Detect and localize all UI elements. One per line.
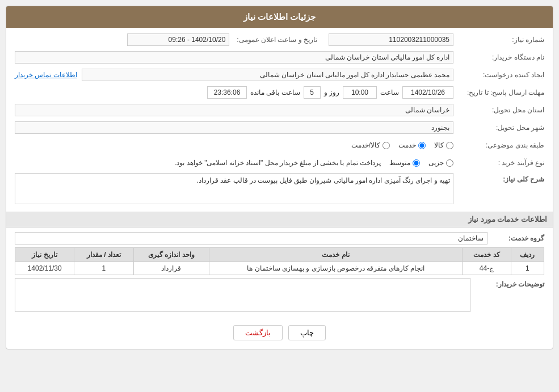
category-row: طبقه بندی موضوعی: کالا خدمت کالا/خدمت [15, 138, 544, 153]
buyer-org-row: نام دستگاه خریدار: اداره کل امور مالیاتی… [15, 50, 544, 65]
category-khadamat-label: خدمت [398, 141, 416, 149]
remaining-label: ساعت باقی مانده [250, 88, 300, 96]
process-jozee-radio[interactable] [446, 159, 453, 167]
cell-code: ج-44 [463, 262, 511, 275]
buyer-org-label: نام دستگاه خریدار: [453, 53, 544, 61]
description-area: تهیه و اجرای رنگ آمیزی اداره امور مالیات… [15, 173, 453, 204]
delivery-province-row: استان محل تحویل: خراسان شمالی [15, 103, 544, 117]
process-type-row: نوع فرآیند خرید : جزیی متوسط پرداخت تمام… [15, 155, 544, 170]
buyer-desc-box [15, 278, 470, 312]
cell-quantity: 1 [74, 262, 133, 275]
services-section-label: اطلاعات خدمات مورد نیاز [468, 215, 547, 224]
service-group-label: گروه خدمت: [487, 234, 544, 242]
back-button[interactable]: بازگشت [233, 325, 283, 340]
cell-date: 1402/11/30 [15, 262, 74, 275]
page-header: جزئیات اطلاعات نیاز [6, 6, 553, 28]
col-date: تاریخ نیاز [15, 248, 74, 262]
table-header-row: ردیف کد خدمت نام خدمت واحد اندازه گیری ت… [15, 248, 544, 262]
request-number-value: 1102003211000035 [329, 33, 453, 46]
days-value: 5 [304, 86, 321, 99]
category-kala-khadamat[interactable]: کالا/خدمت [351, 141, 390, 149]
announcement-date-label: تاریخ و ساعت اعلان عمومی: [232, 36, 317, 44]
col-row: ردیف [511, 248, 544, 262]
delivery-province-label: استان محل تحویل: [453, 106, 544, 114]
services-table: ردیف کد خدمت نام خدمت واحد اندازه گیری ت… [15, 247, 544, 275]
buyer-desc-label: توضیحات خریدار: [470, 278, 544, 288]
description-value: تهیه و اجرای رنگ آمیزی اداره امور مالیات… [15, 173, 453, 204]
buyer-org-value: اداره کل امور مالیاتی استان خراسان شمالی [15, 51, 453, 64]
service-group-value: ساختمان [15, 232, 487, 245]
category-kala-label: کالا [434, 141, 444, 149]
description-label: شرح کلی نیاز: [453, 173, 544, 183]
cell-row: 1 [511, 262, 544, 275]
process-jozee-label: جزیی [428, 159, 444, 167]
buttons-row: چاپ بازگشت [6, 319, 553, 349]
service-group-row: گروه خدمت: ساختمان [15, 232, 544, 245]
category-kala[interactable]: کالا [434, 141, 453, 149]
response-deadline-row: مهلت ارسال پاسخ: تا تاریخ: 1402/10/26 سا… [15, 85, 544, 100]
delivery-province-value: خراسان شمالی [15, 104, 453, 116]
request-number-label: شماره نیاز: [453, 36, 544, 44]
process-mottavasset-label: متوسط [389, 159, 410, 167]
time-value: 10:00 [343, 86, 377, 99]
process-options: جزیی متوسط پرداخت تمام یا بخشی از مبلغ خ… [15, 159, 453, 167]
col-name: نام خدمت [209, 248, 463, 262]
process-jozee[interactable]: جزیی [428, 159, 453, 167]
col-quantity: تعداد / مقدار [74, 248, 133, 262]
services-section-header: اطلاعات خدمات مورد نیاز [6, 212, 553, 227]
announcement-date-value: 1402/10/20 - 09:26 [127, 33, 229, 46]
col-code: کد خدمت [463, 248, 511, 262]
info-section: شماره نیاز: 1102003211000035 تاریخ و ساع… [6, 28, 553, 212]
delivery-city-row: شهر محل تحویل: بجنورد [15, 120, 544, 135]
buyer-desc-row: توضیحات خریدار: [15, 278, 544, 312]
category-options: کالا خدمت کالا/خدمت [15, 141, 453, 149]
category-kala-khadamat-radio[interactable] [383, 142, 390, 149]
delivery-city-value: بجنورد [15, 121, 453, 134]
category-kala-radio[interactable] [446, 142, 453, 149]
creator-label: ایجاد کننده درخواست: [453, 71, 544, 79]
remaining-time: 23:36:06 [207, 86, 247, 99]
process-mottavasset-radio[interactable] [413, 159, 420, 167]
category-kala-khadamat-label: کالا/خدمت [351, 141, 380, 149]
page-title: جزئیات اطلاعات نیاز [243, 12, 316, 22]
days-label: روز و [324, 88, 339, 96]
cell-unit: قرارداد [133, 262, 209, 275]
process-type-label: نوع فرآیند خرید : [453, 159, 544, 167]
main-card: جزئیات اطلاعات نیاز شماره نیاز: 11020032… [6, 6, 553, 349]
description-row: شرح کلی نیاز: تهیه و اجرای رنگ آمیزی ادا… [15, 173, 544, 204]
services-section: گروه خدمت: ساختمان ردیف کد خدمت نام خدمت… [6, 227, 553, 319]
col-unit: واحد اندازه گیری [133, 248, 209, 262]
print-button[interactable]: چاپ [288, 325, 326, 340]
table-body: 1ج-44انجام کارهای متفرقه درخصوص بازسازی … [15, 262, 544, 275]
time-label: ساعت [380, 88, 399, 96]
delivery-city-label: شهر محل تحویل: [453, 124, 544, 132]
response-deadline-label: مهلت ارسال پاسخ: تا تاریخ: [453, 88, 544, 96]
contact-info-link[interactable]: اطلاعات تماس خریدار [15, 71, 77, 79]
cell-name: انجام کارهای متفرقه درخصوص بازسازی و بهس… [209, 262, 463, 275]
table-row: 1ج-44انجام کارهای متفرقه درخصوص بازسازی … [15, 262, 544, 275]
request-number-row: شماره نیاز: 1102003211000035 تاریخ و ساع… [15, 32, 544, 47]
table-header: ردیف کد خدمت نام خدمت واحد اندازه گیری ت… [15, 248, 544, 262]
category-khadamat-radio[interactable] [418, 142, 426, 149]
category-khadamat[interactable]: خدمت [398, 141, 426, 149]
creator-value: محمد عظیمی حسابدار اداره کل امور مالیاتی… [82, 69, 453, 81]
creator-row: ایجاد کننده درخواست: محمد عظیمی حسابدار … [15, 68, 544, 82]
process-mottavasset[interactable]: متوسط [389, 159, 420, 167]
response-date: 1402/10/26 [402, 86, 453, 99]
page-wrapper: جزئیات اطلاعات نیاز شماره نیاز: 11020032… [0, 0, 559, 392]
process-note: پرداخت تمام یا بخشی از مبلغ خریدار محل "… [175, 159, 381, 167]
category-label: طبقه بندی موضوعی: [453, 141, 544, 149]
